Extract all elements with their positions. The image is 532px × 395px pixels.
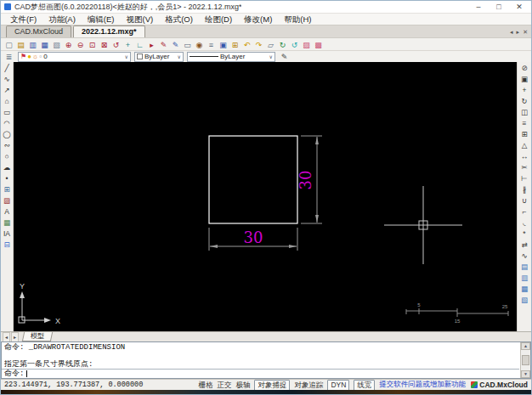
new-file-icon[interactable]: ▢ [3, 39, 14, 50]
text-icon[interactable]: A [2, 206, 13, 217]
menu-modify[interactable]: 修改(M) [238, 14, 278, 25]
offset-icon[interactable]: ≡ [519, 118, 530, 128]
arc-icon[interactable]: ◠ [2, 118, 13, 128]
trim-icon[interactable]: ✂ [519, 162, 530, 172]
menu-view[interactable]: 视图(V) [120, 14, 159, 25]
menu-edit[interactable]: 编辑(E) [82, 14, 121, 25]
chamfer-icon[interactable]: ⌐ [519, 206, 530, 217]
quick-select-icon[interactable]: ▸ [146, 39, 157, 50]
extend-icon[interactable]: ⊢ [519, 173, 530, 183]
measure-icon[interactable]: ∟ [134, 39, 145, 50]
maximize-button[interactable]: □ [489, 2, 509, 13]
mirror-icon[interactable]: ◫ [519, 107, 530, 117]
chevron-down-icon[interactable]: ∨ [125, 54, 128, 59]
find-icon[interactable]: ◉ [194, 39, 205, 50]
array-icon[interactable]: ⊞ [519, 129, 530, 139]
refresh-icon[interactable]: ↻ [277, 39, 288, 50]
command-prompt[interactable]: 命令: [2, 369, 519, 378]
toggle-otrack[interactable]: 对象追踪 [294, 381, 323, 390]
pen-icon[interactable]: ✎ [158, 39, 169, 50]
clip-icon[interactable]: ▱ [265, 39, 276, 50]
command-scrollbar[interactable]: ▲ ▼ [520, 342, 530, 378]
menu-format[interactable]: 格式(O) [159, 14, 199, 25]
brush-icon[interactable]: ✎ [170, 39, 181, 50]
lengthen-icon[interactable]: ⇄ [519, 240, 530, 250]
scroll-up-icon[interactable]: ▲ [521, 342, 530, 350]
rotate-icon[interactable]: ↻ [519, 96, 530, 106]
fillet-icon[interactable]: ◟ [519, 217, 530, 228]
toggle-grid[interactable]: 栅格 [198, 381, 212, 390]
tab-close-icon[interactable]: ✕ [523, 27, 528, 37]
mtext-icon[interactable]: IA [2, 229, 13, 239]
circle-icon[interactable]: ◯ [2, 129, 13, 139]
layer-dropdown[interactable]: ⚑●☼▫ 0 ∨ [18, 52, 131, 62]
scrollbar-thumb[interactable] [522, 355, 529, 365]
layout-icon[interactable]: ▭ [182, 39, 193, 50]
hatch-icon[interactable]: ▨ [2, 195, 13, 206]
stretch-icon[interactable]: ↔ [519, 151, 530, 161]
zoom-extents-icon[interactable]: ⊠ [99, 39, 110, 50]
block-insert-icon[interactable]: ⊞ [2, 184, 13, 195]
minimize-button[interactable]: – [468, 2, 489, 13]
tab-drawing-2022-1-12[interactable]: 2022.1.12.mxg* [73, 25, 145, 37]
open-file-icon[interactable]: ▤ [15, 39, 26, 50]
toggle-lineweight[interactable]: 线宽 [354, 380, 375, 391]
pen-style-icon[interactable]: ✎ [279, 51, 290, 62]
block-tool3-icon[interactable]: ▦ [519, 284, 530, 294]
break-icon[interactable]: ∦ [519, 184, 530, 195]
redo-icon[interactable]: ↷ [253, 39, 264, 50]
layout-prev-icon[interactable]: ◂ [3, 332, 10, 342]
horizontal-dimension[interactable]: 30 [209, 228, 297, 251]
plot-icon[interactable]: ▧ [51, 39, 62, 50]
pan-icon[interactable]: + [122, 39, 133, 50]
move-icon[interactable]: + [519, 85, 530, 95]
erase-icon[interactable]: ⊘ [519, 63, 530, 73]
join-icon[interactable]: ∪ [519, 195, 530, 206]
polyline-icon[interactable]: ∿ [2, 74, 13, 84]
drawing-canvas[interactable]: 30 30 [14, 62, 517, 331]
vertical-dimension[interactable]: 30 [297, 136, 322, 223]
polygon-icon[interactable]: ⌂ [2, 96, 13, 106]
scroll-down-icon[interactable]: ▼ [521, 370, 530, 378]
block-tool1-icon[interactable]: ▤ [519, 262, 530, 272]
toggle-osnap[interactable]: 对象捕捉 [254, 380, 290, 391]
cloud-image-icon[interactable]: ▩ [313, 39, 324, 50]
chevron-down-icon[interactable]: ∨ [269, 54, 273, 59]
tab-prev-icon[interactable]: ◂ [510, 27, 513, 37]
ray-icon[interactable]: ↗ [2, 85, 13, 95]
explode-icon[interactable]: * [519, 229, 530, 239]
ellipse-icon[interactable]: ○ [2, 151, 13, 161]
zoom-window-icon[interactable]: ⊡ [87, 39, 98, 50]
color-dropdown[interactable]: ByLayer ∨ [134, 52, 184, 62]
save-as-icon[interactable]: ▦ [39, 39, 50, 50]
copy-icon[interactable]: ▣ [519, 74, 530, 84]
save-icon[interactable]: ▥ [27, 39, 38, 50]
image-icon[interactable]: ▦ [2, 217, 13, 228]
toggle-ortho[interactable]: 正交 [217, 381, 231, 390]
scale-icon[interactable]: △ [519, 140, 530, 150]
menu-help[interactable]: 帮助(H) [278, 14, 317, 25]
table-cell-icon[interactable]: ⊟ [2, 240, 13, 250]
tab-cad-mxcloud[interactable]: CAD.MxCloud [6, 25, 71, 37]
zoom-in-icon[interactable]: ⊕ [63, 39, 74, 50]
layout-next-icon[interactable]: ▸ [11, 332, 19, 342]
revcloud-icon[interactable]: ☁ [2, 162, 13, 172]
block-tool2-icon[interactable]: ▥ [519, 273, 530, 283]
sync-icon[interactable]: ↺ [289, 39, 300, 50]
undo-icon[interactable]: ↶ [241, 39, 252, 50]
spline-icon[interactable]: ∾ [2, 140, 13, 150]
block-tool4-icon[interactable]: ▧ [519, 295, 530, 305]
cloud-doc-icon[interactable]: ▨ [301, 39, 312, 50]
layer-manager-icon[interactable]: ≣ [3, 51, 14, 62]
model-tab[interactable]: 模型 [22, 332, 53, 341]
zoom-previous-icon[interactable]: ↺ [110, 39, 122, 50]
close-button[interactable]: ✕ [509, 2, 529, 13]
feedback-link[interactable]: 提交软件问题或增加新功能 [379, 380, 466, 390]
point-icon[interactable]: • [2, 173, 13, 183]
zoom-out-icon[interactable]: ⊖ [75, 39, 86, 50]
rectangle-icon[interactable]: ▭ [2, 107, 13, 117]
linetype-dropdown[interactable]: ByLayer ∨ [187, 52, 275, 62]
command-window[interactable]: 命令: _DRAWROTATEDDIMENSION指定第一条尺寸界线原点:指定第… [1, 341, 531, 379]
table-icon[interactable]: ⊞ [229, 39, 241, 50]
square-entity[interactable] [209, 136, 297, 223]
